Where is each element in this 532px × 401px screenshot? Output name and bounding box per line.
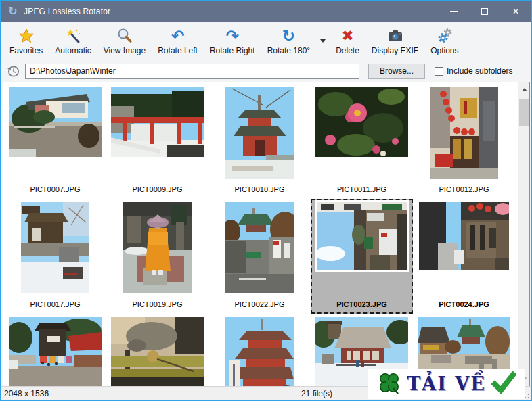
rotate-right-label: Rotate Right <box>210 46 255 55</box>
download-watermark: TẢI VỀ <box>368 369 525 399</box>
toolbar: Favorites Automatic View Image ↶ Rotate … <box>1 22 531 60</box>
photo-filename: PICT0024.JPG <box>439 300 489 310</box>
maximize-button[interactable] <box>469 1 500 22</box>
rotate-right-button[interactable]: ↷ Rotate Right <box>204 25 261 57</box>
camera-icon <box>387 27 403 45</box>
photo-thumbnail[interactable] <box>419 202 509 270</box>
photo-filename: PICT0007.JPG <box>30 185 81 195</box>
photo-filename: PICT0017.JPG <box>30 300 81 310</box>
image-resolution-status: 2048 x 1536 <box>1 387 296 400</box>
photo-filename: PICT0009.JPG <box>133 185 183 195</box>
photo-filename: PICT0012.JPG <box>439 185 489 195</box>
window-title: JPEG Lossless Rotator <box>24 7 110 16</box>
thumbnail-cell-pict0023-selected[interactable]: PICT0023.JPG <box>311 199 413 314</box>
scroll-up-button[interactable] <box>518 84 530 95</box>
star-icon <box>18 27 35 45</box>
include-subfolders-checkbox[interactable] <box>435 67 443 76</box>
minimize-icon <box>450 11 458 12</box>
photo-filename: PICT0023.JPG <box>336 300 387 310</box>
photo-filename: PICT0019.JPG <box>133 300 183 310</box>
thumbnail-panel: PICT0007.JPG PICT0009.JPG PICT0010.JPG P… <box>3 82 530 387</box>
close-button[interactable]: ✕ <box>500 1 531 22</box>
photo-thumbnail[interactable] <box>123 202 192 293</box>
photo-thumbnail[interactable] <box>225 87 294 179</box>
thumbnail-cell-pict0017[interactable]: PICT0017.JPG <box>4 199 106 314</box>
checkmark-icon <box>491 371 516 397</box>
thumbnail-cell-pict0009[interactable]: PICT0009.JPG <box>106 84 208 199</box>
gears-icon <box>437 27 453 45</box>
red-x-icon: ✖ <box>342 27 354 45</box>
thumbnail-cell-row3-3[interactable] <box>208 314 311 387</box>
photo-thumbnail[interactable] <box>9 87 102 157</box>
rotate-left-icon: ↶ <box>171 27 184 45</box>
photo-thumbnail[interactable] <box>317 202 407 270</box>
thumbnail-cell-pict0012[interactable]: PICT0012.JPG <box>413 84 515 199</box>
magnifier-icon <box>116 27 133 45</box>
address-bar: Browse... Include subfolders <box>1 60 531 82</box>
app-window: ↻ JPEG Lossless Rotator ✕ Favorites Auto… <box>0 0 532 401</box>
display-exif-label: Display EXIF <box>372 46 418 55</box>
chevron-down-icon <box>320 39 326 43</box>
thumbnail-cell-row3-2[interactable] <box>106 314 208 387</box>
photo-thumbnail[interactable] <box>111 87 204 157</box>
rotate-180-icon: ↻ <box>282 27 295 45</box>
display-exif-button[interactable]: Display EXIF <box>365 25 424 57</box>
include-subfolders-option[interactable]: Include subfolders <box>435 66 512 76</box>
photo-thumbnail[interactable] <box>225 202 294 293</box>
thumbnail-cell-pict0019[interactable]: PICT0019.JPG <box>106 199 208 314</box>
thumbnail-grid: PICT0007.JPG PICT0009.JPG PICT0010.JPG P… <box>4 84 516 387</box>
photo-thumbnail[interactable] <box>111 317 204 387</box>
app-rotate-icon: ↻ <box>7 5 19 18</box>
delete-button[interactable]: ✖ Delete <box>330 25 365 57</box>
rotate-180-label: Rotate 180° <box>267 46 311 55</box>
view-image-label: View Image <box>104 46 146 55</box>
rotate-left-button[interactable]: ↶ Rotate Left <box>152 25 204 57</box>
watermark-text: TẢI VỀ <box>407 373 486 394</box>
browse-button[interactable]: Browse... <box>368 64 425 79</box>
clover-icon <box>377 371 401 398</box>
vertical-scrollbar[interactable] <box>518 82 529 386</box>
maximize-icon <box>481 8 488 15</box>
photo-thumbnail[interactable] <box>315 87 408 157</box>
automatic-button[interactable]: Automatic <box>49 25 97 57</box>
thumbnail-cell-pict0024[interactable]: PICT0024.JPG <box>413 199 515 314</box>
thumbnail-cell-pict0007[interactable]: PICT0007.JPG <box>4 84 106 199</box>
photo-thumbnail[interactable] <box>430 87 498 179</box>
thumbnail-cell-pict0010[interactable]: PICT0010.JPG <box>208 84 311 199</box>
folder-path-input[interactable] <box>25 64 359 79</box>
photo-thumbnail[interactable] <box>21 202 89 293</box>
delete-label: Delete <box>336 46 359 55</box>
photo-filename: PICT0022.JPG <box>235 300 285 310</box>
photo-thumbnail[interactable] <box>9 317 102 387</box>
photo-filename: PICT0010.JPG <box>235 185 285 195</box>
title-bar: ↻ JPEG Lossless Rotator ✕ <box>1 1 531 22</box>
automatic-label: Automatic <box>55 46 91 55</box>
include-subfolders-label: Include subfolders <box>447 66 512 76</box>
rotate-dropdown-button[interactable] <box>317 30 328 53</box>
scroll-up-icon <box>522 88 527 91</box>
history-icon[interactable] <box>6 64 20 78</box>
favorites-label: Favorites <box>9 46 43 55</box>
minimize-button[interactable] <box>438 1 469 22</box>
options-label: Options <box>430 46 458 55</box>
rotate-left-label: Rotate Left <box>158 46 198 55</box>
rotate-180-button[interactable]: ↻ Rotate 180° <box>261 25 317 57</box>
thumbnail-cell-pict0011[interactable]: PICT0011.JPG <box>311 84 413 199</box>
photo-filename: PICT0011.JPG <box>337 185 386 195</box>
favorites-button[interactable]: Favorites <box>3 25 49 57</box>
scrollbar-thumb[interactable] <box>519 99 529 126</box>
photo-thumbnail[interactable] <box>225 317 294 387</box>
thumbnail-cell-row3-1[interactable] <box>4 314 106 387</box>
magic-wand-icon <box>65 27 81 45</box>
rotate-right-icon: ↷ <box>226 27 239 45</box>
view-image-button[interactable]: View Image <box>97 25 152 57</box>
options-button[interactable]: Options <box>424 25 464 57</box>
thumbnail-cell-pict0022[interactable]: PICT0022.JPG <box>208 199 311 314</box>
